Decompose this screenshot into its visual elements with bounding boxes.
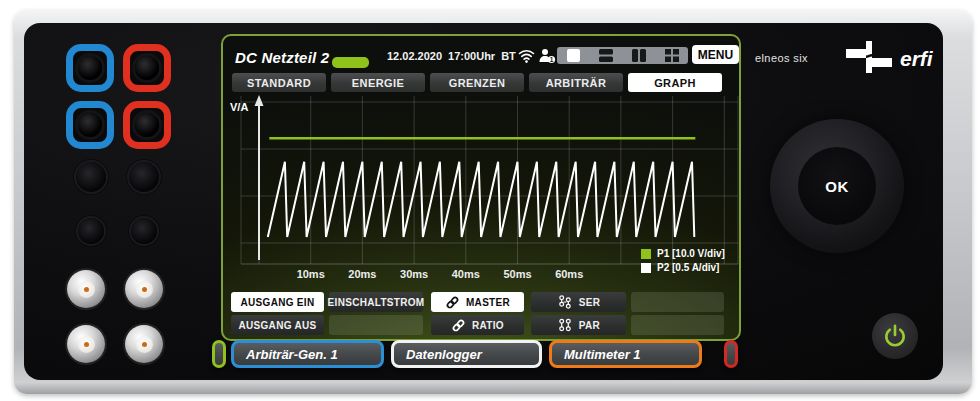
split-vertical-icon (632, 49, 646, 62)
bottom-tab-label: Arbiträr-Gen. 1 (246, 347, 338, 362)
bnc-insulator (136, 281, 153, 298)
aux-jack-2[interactable] (129, 162, 159, 192)
bnc-connector-2[interactable] (125, 270, 163, 308)
empty-button-2[interactable] (329, 315, 423, 335)
inrush-current-button[interactable]: EINSCHALTSTROM (329, 292, 423, 312)
tab-arbitraer[interactable]: ARBITRÄR (529, 73, 623, 92)
ok-button[interactable]: OK (798, 147, 876, 225)
banana-jack-blue-1[interactable] (66, 44, 114, 92)
device-case: DC Netzteil 2 12.02.202017:00UhrBT (14, 10, 972, 394)
parallel-mode-button[interactable]: PAR (531, 315, 626, 335)
empty-button-3[interactable] (631, 315, 724, 335)
bnc-pin (142, 342, 147, 347)
bottom-tab-arbitraer-gen[interactable]: Arbiträr-Gen. 1 (231, 340, 384, 368)
ratio-button[interactable]: RATIO (431, 315, 524, 335)
tab-energie[interactable]: ENERGIE (331, 73, 425, 92)
bnc-connector-4[interactable] (125, 325, 163, 363)
user-count-icon: 1 (538, 48, 556, 64)
front-panel: DC Netzteil 2 12.02.202017:00UhrBT (24, 23, 943, 380)
bnc-connector-3[interactable] (67, 325, 105, 363)
single-view-icon (567, 49, 580, 62)
view-layout-bar (557, 47, 688, 64)
page-title: DC Netzteil 2 (235, 49, 329, 66)
output-off-button[interactable]: AUSGANG AUS (231, 315, 324, 335)
rotary-knob[interactable]: OK (770, 119, 904, 253)
legend-swatch-p1 (641, 249, 651, 259)
link-icon (445, 295, 460, 310)
bnc-pin (142, 287, 147, 292)
svg-text:60ms: 60ms (555, 268, 583, 280)
parallel-mode-icon (557, 317, 573, 333)
parallel-label: PAR (579, 320, 600, 331)
y-axis: V/A (230, 95, 264, 260)
tab-standard[interactable]: STANDARD (232, 73, 326, 92)
banana-jack-red-1[interactable] (123, 44, 171, 92)
bnc-insulator (78, 281, 95, 298)
erfi-logo: erfi (846, 39, 946, 75)
bottom-tab-multimeter[interactable]: Multimeter 1 (549, 340, 702, 368)
legend-item-p2: P2 [0.5 A/div] (641, 262, 741, 273)
bottom-tab-label: Multimeter 1 (564, 347, 641, 362)
graph-legend: P1 [10.0 V/div] P2 [0.5 A/div] (641, 248, 741, 276)
aux-jack-4[interactable] (131, 218, 157, 244)
series-label: SER (579, 297, 600, 308)
series-mode-button[interactable]: SER (531, 292, 626, 312)
link-icon (451, 318, 466, 333)
legend-label-p2: P2 [0.5 A/div] (657, 262, 719, 273)
master-button[interactable]: MASTER (431, 292, 524, 312)
bluetooth-label: BT (501, 50, 516, 62)
svg-text:20ms: 20ms (348, 268, 376, 280)
bottom-tab-datenlogger[interactable]: Datenlogger (391, 340, 542, 368)
svg-text:10ms: 10ms (297, 268, 325, 280)
bnc-connector-1[interactable] (67, 270, 105, 308)
quad-view-icon (665, 49, 679, 62)
jack-hole (78, 113, 102, 137)
screen-tab-row: STANDARD ENERGIE GRENZEN ARBITRÄR GRAPH (232, 73, 722, 92)
control-row-2: AUSGANG AUS RATIO (231, 315, 724, 335)
status-bar: 12.02.202017:00UhrBT (381, 50, 513, 62)
banana-jack-blue-2[interactable] (66, 101, 114, 149)
bottom-tab-label: Datenlogger (406, 347, 482, 362)
screen: DC Netzteil 2 12.02.202017:00UhrBT (221, 34, 741, 341)
bnc-insulator (136, 336, 153, 353)
output-on-button[interactable]: AUSGANG EIN (231, 292, 324, 312)
empty-button-1[interactable] (631, 292, 724, 312)
aux-jack-1[interactable] (76, 162, 106, 192)
split-horizontal-icon (599, 49, 613, 62)
legend-item-p1: P1 [10.0 V/div] (641, 248, 741, 259)
ratio-label: RATIO (472, 320, 504, 331)
bnc-pin (84, 287, 89, 292)
power-icon (882, 323, 908, 349)
tab-graph[interactable]: GRAPH (628, 73, 722, 92)
power-button[interactable] (872, 313, 918, 359)
y-axis-label: V/A (230, 101, 248, 113)
svg-text:1: 1 (550, 56, 554, 63)
jack-hole (135, 56, 159, 80)
menu-button[interactable]: MENU (692, 45, 739, 64)
bnc-pin (84, 342, 89, 347)
master-label: MASTER (466, 297, 510, 308)
view-split-horizontal-button[interactable] (590, 47, 623, 64)
edge-tab-left[interactable] (212, 340, 226, 368)
bnc-insulator (78, 336, 95, 353)
aux-jack-3[interactable] (78, 218, 104, 244)
banana-jack-red-2[interactable] (123, 101, 171, 149)
control-row-1: AUSGANG EIN EINSCHALTSTROM MASTER (231, 292, 724, 312)
tab-grenzen[interactable]: GRENZEN (430, 73, 524, 92)
legend-swatch-p2 (641, 263, 651, 273)
legend-label-p1: P1 [10.0 V/div] (657, 248, 725, 259)
brand-wordmark: erfi (900, 47, 934, 70)
jack-hole (78, 56, 102, 80)
svg-text:30ms: 30ms (400, 268, 428, 280)
product-name: elneos six (755, 52, 808, 64)
edge-tab-right[interactable] (724, 340, 738, 368)
output-status-indicator (332, 57, 369, 68)
status-time: 17:00Uhr (448, 50, 495, 62)
svg-text:40ms: 40ms (452, 268, 480, 280)
series-mode-icon (557, 294, 573, 310)
view-single-button[interactable] (557, 47, 590, 64)
wifi-icon (518, 49, 535, 63)
view-split-vertical-button[interactable] (623, 47, 656, 64)
jack-hole (135, 113, 159, 137)
view-quad-button[interactable] (655, 47, 688, 64)
